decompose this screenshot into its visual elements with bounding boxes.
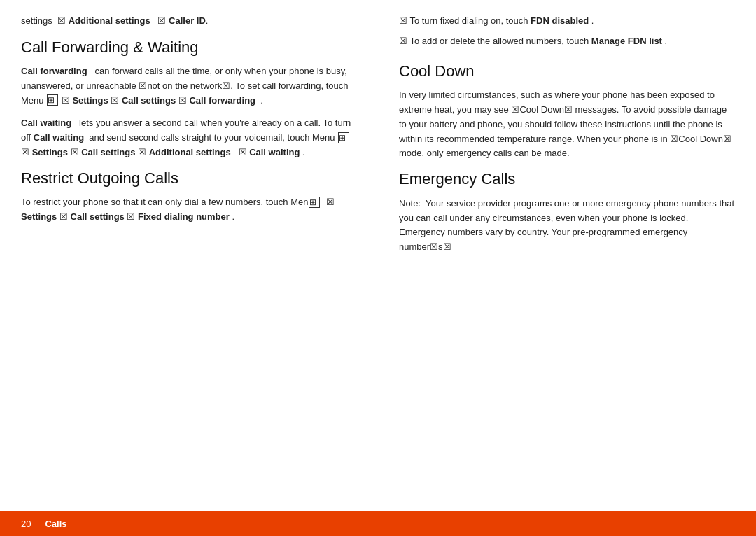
left-column: settings ☒ Additional settings ☒ Caller … xyxy=(21,14,368,504)
emergency-calls-para: Note: Your service provider programs one… xyxy=(399,197,735,255)
call-waiting-para: Call waiting lets you answer a second ca… xyxy=(21,116,357,160)
footer-page-number: 20 xyxy=(21,519,31,529)
menu-icon xyxy=(47,94,58,106)
call-forwarding-para: Call forwarding can forward calls all th… xyxy=(21,64,357,108)
emergency-calls-section-title: Emergency Calls xyxy=(399,169,735,190)
call-forwarding-term: Call forwarding xyxy=(21,66,88,76)
fdn-manage-text: ☒ To add or delete the allowed numbers, … xyxy=(399,34,735,49)
intro-text: settings ☒ Additional settings ☒ Caller … xyxy=(21,14,357,28)
footer-section-label: Calls xyxy=(45,519,66,529)
content-area: settings ☒ Additional settings ☒ Caller … xyxy=(0,0,756,511)
page-container: settings ☒ Additional settings ☒ Caller … xyxy=(0,0,756,536)
call-forwarding-section-title: Call Forwarding & Waiting xyxy=(21,38,357,58)
cool-down-section-title: Cool Down xyxy=(399,62,735,82)
restrict-outgoing-para: To restrict your phone so that it can on… xyxy=(21,195,357,225)
menu-icon-2 xyxy=(338,132,349,143)
restrict-outgoing-section-title: Restrict Outgoing Calls xyxy=(21,169,357,189)
menu-icon-3 xyxy=(309,197,320,208)
cool-down-para: In very limited circumstances, such as w… xyxy=(399,88,735,161)
call-waiting-term: Call waiting xyxy=(21,118,71,128)
additional-settings-link: Additional settings xyxy=(69,15,150,26)
fdn-on-text: ☒ To turn fixed dialing on, touch FDN di… xyxy=(399,14,735,29)
right-column: ☒ To turn fixed dialing on, touch FDN di… xyxy=(388,14,735,504)
footer-bar: 20 Calls xyxy=(0,511,756,536)
